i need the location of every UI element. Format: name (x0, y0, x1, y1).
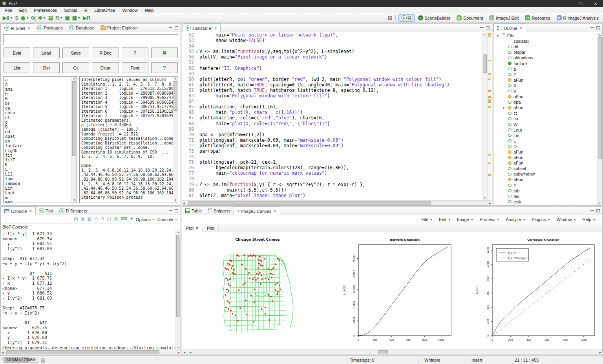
run-controls-icon[interactable]: ▶‖▼ (2, 15, 14, 21)
close-icon[interactable]: ✕ (274, 209, 277, 213)
tab-imagej-canvas[interactable]: ⌖ ImageJ-Canvas ✕ (234, 207, 280, 215)
outline-item-ct[interactable]: ct (493, 110, 602, 116)
fold-marker-icon[interactable]: ⊖ (194, 182, 199, 187)
outline-item-afun[interactable]: aFun (493, 155, 602, 160)
chevron-down-icon[interactable]: ▼ (60, 16, 62, 19)
occurrence-marker[interactable] (488, 154, 491, 155)
code-line[interactable]: 80 owin(c(-5,5),c(-5,5))) (182, 187, 482, 193)
menu-libreoffice[interactable]: LibreOffice (91, 7, 119, 13)
outline-item-oldoptions[interactable]: oldoptions (493, 55, 602, 60)
tab-table[interactable]: Table (182, 207, 205, 215)
font-button[interactable]: Font (122, 62, 148, 73)
variable-item[interactable]: Lout (5, 190, 77, 195)
outline-tree[interactable]: ▾File∟spatstatddoldparoldoptionsfanfarea… (493, 32, 602, 205)
maximize-window-button[interactable]: ❐ (573, 0, 588, 7)
scroll-right-icon[interactable]: ▶ (599, 350, 601, 355)
console-dropdown[interactable]: Console▼ (157, 217, 177, 222)
outline-item-afun[interactable]: aFun (493, 177, 602, 182)
new-script-icon[interactable]: ▤ (47, 15, 54, 21)
r-doc-button[interactable]: R Doc (92, 48, 119, 58)
minimize-window-button[interactable]: — (558, 0, 573, 7)
chevron-down-icon[interactable]: ▼ (43, 16, 46, 19)
display-console-icon[interactable]: ⊟ (100, 216, 104, 222)
imagej-menu-process[interactable]: Process▼ (477, 217, 502, 222)
variable-item[interactable]: dd (5, 129, 77, 134)
maximize-view-icon[interactable] (175, 209, 178, 212)
occurrence-marker[interactable] (488, 73, 491, 75)
console-scrollbar-horizontal[interactable]: ◀ ▶ (1, 349, 181, 355)
variable-item[interactable]: b (5, 91, 77, 96)
shell-console-icon[interactable]: ⌨ (121, 216, 127, 222)
code-line[interactable]: 65plot(amacrine, chars=c(1,16), (182, 104, 482, 110)
imagej-menu-help[interactable]: Help▼ (579, 217, 598, 222)
step-icon[interactable]: ◉▼ (20, 15, 30, 21)
outline-item-a[interactable]: a (493, 66, 602, 72)
code-line[interactable]: 52 main="Point pattern on linear network… (182, 32, 482, 38)
save-button[interactable]: Save (62, 48, 89, 58)
code-line[interactable]: 55⊖V <- as.linim(function(x,y,seg,tp){x^… (182, 49, 482, 54)
expander-icon[interactable]: ▸ (502, 106, 506, 110)
minimize-view-icon[interactable] (169, 27, 172, 28)
scroll-down-icon[interactable]: ▼ (173, 198, 178, 203)
perspective-resource[interactable]: RResource (522, 14, 553, 22)
code-line[interactable]: 53 show.window=FALSE) (182, 38, 482, 43)
code-line[interactable]: 72plot(longleaf, markscale=0.09, main="m… (182, 143, 482, 148)
tab-console[interactable]: Console ✕ (1, 207, 36, 215)
perspective-r[interactable]: RR (398, 14, 415, 22)
imagej-menu-edit[interactable]: Edit▼ (436, 217, 453, 222)
close-icon[interactable]: ✕ (195, 225, 199, 230)
code-line[interactable]: 74 (182, 154, 482, 159)
variable-item[interactable]: D (5, 124, 77, 129)
r-console-icon[interactable]: Ⓡ (114, 216, 118, 222)
close-icon[interactable]: ✕ (27, 26, 31, 30)
maximize-view-icon[interactable] (596, 26, 600, 29)
scroll-up-icon[interactable]: ▲ (173, 77, 178, 81)
scroll-down-icon[interactable]: ▼ (72, 198, 77, 203)
close-icon[interactable]: ✕ (29, 209, 32, 213)
code-line[interactable]: 63 main="Polygonal window with texture f… (182, 93, 482, 99)
occurrence-marker[interactable] (488, 96, 491, 98)
variable-item[interactable]: en (5, 139, 77, 143)
-button[interactable]: ✖ (151, 48, 178, 58)
scrollbar-vertical[interactable]: ▲ ▼ (175, 230, 181, 349)
editor-scrollbar-vertical[interactable]: ▲ ▼ (482, 32, 487, 200)
-button[interactable]: ? (122, 48, 148, 58)
outline-item-lin[interactable]: Lin (493, 133, 602, 138)
code-line[interactable]: 56plot(V, main="Pixel image on a linear … (182, 54, 482, 60)
tab-database[interactable]: R Database (66, 24, 97, 32)
imagej-menu-file[interactable]: File▼ (419, 217, 436, 222)
code-line[interactable]: 77 main="colourmap for numeric mark valu… (182, 170, 482, 176)
imagej-menu-analyze[interactable]: Analyze▼ (503, 217, 528, 222)
outline-item-d[interactable]: D (493, 144, 602, 149)
occurrence-marker[interactable] (488, 163, 491, 164)
list-button[interactable]: List (4, 62, 30, 73)
flower-icon[interactable]: ✱▼ (37, 15, 47, 21)
outline-item-lout[interactable]: Lout (493, 127, 602, 133)
perspective-r-imagej-analysis[interactable]: RR ImageJ Analysis (554, 14, 601, 22)
rshell-output-area[interactable]: Interpreting pixel values as colours Sim… (79, 76, 178, 203)
outline-item-ca[interactable]: ca (493, 116, 602, 121)
tab-outline[interactable]: Outline ✕ (493, 24, 526, 32)
tab-project-explorer[interactable]: Project Explorer (97, 24, 141, 32)
python-console-icon[interactable]: ✦ (130, 216, 133, 222)
minimize-view-icon[interactable] (590, 210, 594, 211)
rshell-variables-list[interactable]: aAamabBbrcacococtdDdddpatenfanfareFig4bf… (3, 76, 77, 203)
occurrence-marker[interactable] (488, 99, 491, 101)
code-line[interactable]: 78 (182, 176, 482, 181)
variable-item[interactable]: A (5, 82, 77, 87)
scroll-right-icon[interactable]: ▶ (489, 201, 491, 206)
chevron-down-icon[interactable]: ▼ (78, 16, 80, 19)
code-line[interactable]: 68 main="plot(X, cols=c(\"red\", \"blue\… (182, 121, 482, 126)
variable-item[interactable]: L12 (5, 172, 77, 176)
code-line[interactable]: 70opa <- par(mfrow=c(1,2)) (182, 132, 482, 137)
outline-item-afun[interactable]: aFun (493, 94, 602, 99)
tab-plot-2[interactable]: Plot (203, 224, 219, 232)
scroll-lock-icon[interactable]: ▥ (80, 216, 84, 222)
outline-item-subset[interactable]: subset (493, 166, 602, 171)
editor-scrollbar-horizontal[interactable]: ◀ ▶ (182, 200, 492, 205)
code-line[interactable]: 58fanfare("II. Graphics") (182, 66, 482, 71)
variable-item[interactable]: L (5, 167, 77, 172)
variable-item[interactable]: dpat (5, 134, 77, 139)
expander-icon[interactable]: ▾ (496, 34, 500, 38)
variable-item[interactable]: lam (5, 176, 77, 181)
